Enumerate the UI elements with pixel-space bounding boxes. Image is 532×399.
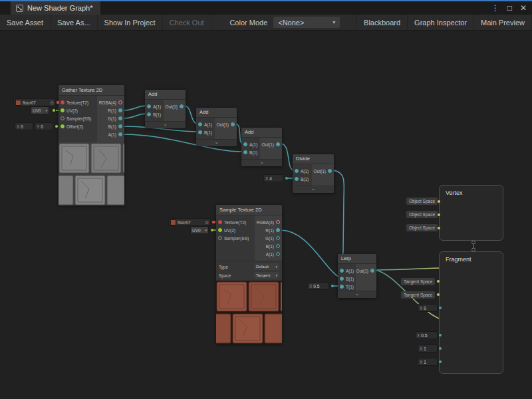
port-out[interactable] — [231, 122, 235, 126]
node-gather-texture-2d[interactable]: Gather Texture 2D Texture(T2) UV(2) Samp… — [59, 85, 124, 205]
node-add-1[interactable]: Add A(1) B(1) Out(1) ⌄ — [145, 90, 186, 128]
port-out[interactable] — [328, 169, 332, 173]
collapse-chevron-icon[interactable]: ⌄ — [241, 159, 282, 166]
sample-texture-object-field[interactable]: floor07 ⊙ — [168, 218, 211, 226]
main-preview-toggle-button[interactable]: Main Preview — [474, 15, 532, 30]
smoothness-value-field[interactable]: X 0.5 — [415, 331, 438, 339]
texture-field-value: floor07 — [178, 220, 191, 225]
port-sampler-in[interactable] — [218, 236, 222, 240]
metallic-value-field[interactable]: X 0 — [418, 304, 438, 312]
port-label: G(1) — [265, 236, 274, 241]
axis-label: X — [309, 284, 312, 289]
space-tag: Object Space — [406, 224, 438, 231]
tab-shader-graph[interactable]: New Shader Graph* — [11, 1, 100, 15]
port-g-out[interactable] — [118, 116, 122, 120]
port-out[interactable] — [180, 104, 184, 108]
port-b-in[interactable] — [198, 130, 202, 134]
port-label: Texture(T2) — [66, 100, 88, 105]
vertex-block-title: Vertex — [440, 186, 503, 198]
object-picker-icon[interactable]: ⊙ — [205, 220, 209, 225]
collapse-chevron-icon[interactable]: ⌄ — [145, 121, 186, 128]
port-texture-in[interactable] — [218, 220, 222, 224]
port-offset-in[interactable] — [61, 124, 65, 128]
divide-b-value-field[interactable]: X 4 — [263, 174, 283, 182]
port-texture-in[interactable] — [61, 100, 65, 104]
node-lerp[interactable]: Lerp A(1) B(1) T(1) Out(1) ⌄ — [338, 254, 376, 298]
collapse-chevron-icon[interactable]: ⌄ — [196, 139, 237, 146]
port-rgba-out[interactable] — [276, 220, 280, 224]
more-menu-icon[interactable]: ⋮ — [491, 3, 499, 13]
port-b-out[interactable] — [118, 124, 122, 128]
sample-uv-channel-dropdown[interactable]: UV0 ▾ — [190, 226, 209, 234]
port-a-in[interactable] — [243, 142, 247, 146]
port-a-in[interactable] — [295, 169, 299, 173]
port-rgba-out[interactable] — [118, 100, 122, 104]
port-b-in[interactable] — [243, 150, 247, 154]
node-add-3[interactable]: Add A(1) B(1) Out(1) ⌄ — [241, 128, 282, 166]
lerp-t-value-field[interactable]: X 0.5 — [307, 282, 329, 290]
default-port-stub — [439, 360, 442, 363]
space-tag: Object Space — [406, 198, 438, 205]
axis-label: X — [17, 124, 19, 129]
color-mode-dropdown[interactable]: <None> ▾ — [273, 17, 340, 28]
object-picker-icon[interactable]: ⊙ — [50, 100, 54, 105]
save-asset-button[interactable]: Save Asset — [0, 15, 51, 30]
port-r-out[interactable] — [276, 228, 280, 232]
port-label: A(1) — [301, 169, 309, 174]
fragment-block-title: Fragment — [440, 252, 503, 265]
check-out-button: Check Out — [163, 15, 211, 30]
space-dropdown[interactable]: Tangent▾ — [254, 272, 279, 279]
space-tag: Tangent Space — [401, 291, 435, 299]
port-g-out[interactable] — [276, 236, 280, 240]
port-r-out[interactable] — [118, 108, 122, 112]
port-b-in[interactable] — [295, 177, 299, 181]
port-label: Out(1) — [217, 122, 229, 127]
port-out[interactable] — [276, 142, 280, 146]
port-label: B(1) — [346, 277, 354, 281]
node-divide[interactable]: Divide A(1) B(1) Out(1) ⌄ — [293, 154, 334, 193]
port-uv-in[interactable] — [61, 108, 65, 112]
port-uv-in[interactable] — [218, 228, 222, 232]
type-dropdown[interactable]: Default▾ — [254, 263, 279, 270]
graph-inspector-toggle-button[interactable]: Graph Inspector — [408, 15, 474, 30]
gather-offset-y-field[interactable]: Y 0 — [35, 122, 53, 130]
show-in-project-button[interactable]: Show In Project — [98, 15, 163, 30]
port-a-in[interactable] — [198, 122, 202, 126]
port-b-in[interactable] — [340, 277, 344, 281]
maximize-icon[interactable]: □ — [507, 3, 512, 13]
chevron-down-icon: ▾ — [45, 108, 47, 112]
port-out[interactable] — [370, 269, 374, 273]
port-label: A(1) — [249, 142, 257, 147]
port-t-in[interactable] — [340, 285, 344, 289]
color-mode-value: <None> — [278, 19, 304, 27]
chevron-down-icon: ▾ — [332, 19, 335, 25]
gather-offset-x-field[interactable]: X 0 — [15, 122, 33, 130]
field-value: 0.5 — [313, 284, 319, 289]
ambient-occlusion-value-field[interactable]: X 1 — [418, 344, 438, 352]
gather-texture-object-field[interactable]: floor07 ⊙ — [13, 98, 56, 106]
port-b-in[interactable] — [147, 112, 151, 116]
gather-uv-channel-dropdown[interactable]: UV0 ▾ — [31, 106, 49, 114]
node-add-2[interactable]: Add A(1) B(1) Out(1) ⌄ — [196, 108, 237, 146]
port-label: A(1) — [153, 104, 161, 109]
fragment-context-block[interactable]: Fragment — [439, 251, 503, 374]
default-port-stub — [439, 334, 442, 336]
alpha-value-field[interactable]: X 1 — [418, 358, 438, 366]
collapse-chevron-icon[interactable]: ⌄ — [338, 291, 376, 298]
collapse-chevron-icon[interactable]: ⌄ — [293, 186, 334, 193]
blackboard-toggle-button[interactable]: Blackboard — [356, 15, 408, 30]
port-sampler-in[interactable] — [61, 116, 65, 120]
lerp-t-port-stub — [331, 285, 334, 287]
port-a-out[interactable] — [118, 132, 122, 136]
texture-field-value: floor07 — [23, 100, 36, 105]
save-as-button[interactable]: Save As... — [51, 15, 98, 30]
port-a-out[interactable] — [276, 252, 280, 256]
port-a-in[interactable] — [147, 104, 151, 108]
node-sample-texture-2d[interactable]: Sample Texture 2D Texture(T2) UV(2) Samp… — [216, 205, 282, 344]
axis-label: X — [417, 333, 420, 338]
close-icon[interactable]: ✕ — [520, 3, 527, 13]
port-a-in[interactable] — [340, 269, 344, 273]
port-label: A(1) — [204, 122, 212, 127]
vertex-context-block[interactable]: Vertex — [439, 185, 503, 241]
port-b-out[interactable] — [276, 244, 280, 248]
